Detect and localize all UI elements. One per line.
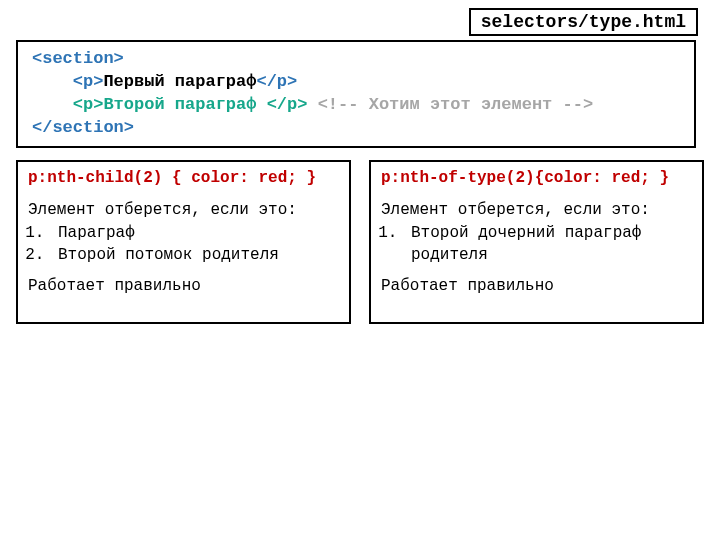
code-l3-close: </p> — [267, 95, 308, 114]
code-l3-indent — [32, 95, 73, 114]
columns: p:nth-child(2) { color: red; } Элемент о… — [16, 160, 704, 324]
code-l4: </section> — [32, 118, 134, 137]
right-cond: Элемент отберется, если это: — [381, 200, 692, 222]
file-label-box: selectors/type.html — [469, 8, 698, 36]
left-cond: Элемент отберется, если это: — [28, 200, 339, 222]
code-l3-sp — [307, 95, 317, 114]
code-l3-text: Второй параграф — [103, 95, 266, 114]
code-l2-open: <p> — [73, 72, 104, 91]
code-block: <section> <p>Первый параграф</p> <p>Втор… — [16, 40, 696, 148]
code-l1: <section> — [32, 49, 124, 68]
left-result: Работает правильно — [28, 276, 339, 298]
code-l3-open: <p> — [73, 95, 104, 114]
list-item: Второй потомок родителя — [54, 245, 339, 267]
list-item: Параграф — [54, 223, 339, 245]
code-l3-comment: <!-- Хотим этот элемент --> — [318, 95, 593, 114]
left-col: p:nth-child(2) { color: red; } Элемент о… — [16, 160, 351, 324]
right-list: Второй дочерний параграф родителя — [381, 223, 692, 266]
right-rule: p:nth-of-type(2){color: red; } — [381, 168, 692, 190]
right-col: p:nth-of-type(2){color: red; } Элемент о… — [369, 160, 704, 324]
left-list: Параграф Второй потомок родителя — [28, 223, 339, 266]
list-item: Второй дочерний параграф родителя — [407, 223, 692, 266]
file-label: selectors/type.html — [481, 12, 686, 32]
code-l2-close: </p> — [256, 72, 297, 91]
code-l2-text: Первый параграф — [103, 72, 256, 91]
code-l2-indent — [32, 72, 73, 91]
right-result: Работает правильно — [381, 276, 692, 298]
left-rule: p:nth-child(2) { color: red; } — [28, 168, 339, 190]
